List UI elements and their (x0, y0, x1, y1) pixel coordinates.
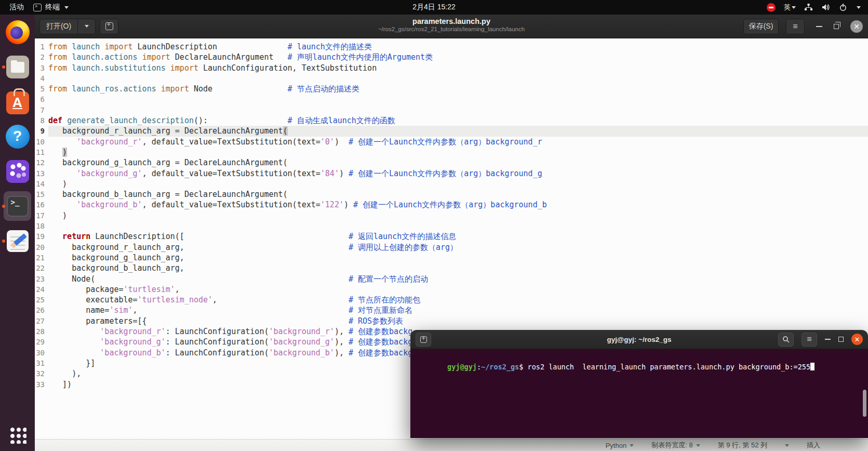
dock-item-software[interactable] (0, 84, 35, 119)
terminal-search-button[interactable] (778, 333, 794, 347)
dock-item-terminal[interactable] (0, 189, 35, 223)
code-text: def generate_launch_description(): # 自动生… (48, 115, 868, 126)
code-text: name='sim', # 对节点重新命名 (48, 305, 868, 315)
save-button[interactable]: 保存(S) (743, 19, 779, 34)
code-line-17: 17 ) (35, 210, 868, 221)
prompt-user: gyj@gyj (447, 363, 477, 371)
dock-item-purple[interactable] (0, 154, 35, 189)
line-number: 16 (35, 200, 48, 210)
line-number: 5 (35, 84, 48, 94)
network-icon[interactable] (804, 3, 813, 11)
dock-item-firefox[interactable] (0, 15, 35, 49)
gedit-statusbar: Python 制表符宽度: 8 第 9 行, 第 52 列 插入 (35, 439, 868, 451)
terminal-title: gyj@gyj: ~/ros2_gs (607, 336, 672, 343)
tab-width-selector[interactable]: 制表符宽度: 8 (651, 441, 700, 450)
code-line-7: 7 (35, 105, 868, 115)
language-selector[interactable]: Python (606, 442, 634, 449)
line-number: 12 (35, 157, 48, 168)
line-number: 28 (35, 326, 48, 337)
code-text: background_g_launch_arg = DeclareLaunchA… (48, 157, 868, 168)
code-line-12: 12 background_g_launch_arg = DeclareLaun… (35, 157, 868, 168)
code-text: 'background_g', default_value=TextSubsti… (48, 168, 868, 179)
code-line-19: 19 return LaunchDescription([ # 返回launch… (35, 231, 868, 242)
dock-item-help[interactable] (0, 119, 35, 154)
code-text: background_b_launch_arg = DeclareLaunchA… (48, 189, 868, 200)
code-line-20: 20 background_r_launch_arg, # 调用以上创建的参数（… (35, 242, 868, 253)
code-line-14: 14 ) (35, 179, 868, 189)
code-text: from launch.actions import DeclareLaunch… (48, 52, 868, 62)
terminal-body[interactable]: gyj@gyj:~/ros2_gs$ ros2 launch learning_… (410, 349, 868, 438)
line-number: 10 (35, 137, 48, 147)
running-indicator-dot (2, 205, 5, 208)
line-number: 8 (35, 115, 48, 126)
terminal-maximize-button[interactable] (838, 337, 844, 342)
dock-item-gedit[interactable] (0, 223, 35, 258)
code-line-22: 22 background_b_launch_arg, (35, 263, 868, 273)
show-applications-button[interactable] (9, 426, 26, 444)
code-line-23: 23 Node( # 配置一个节点的启动 (35, 274, 868, 284)
dock (0, 15, 35, 451)
line-number: 3 (35, 63, 48, 73)
activities-button[interactable]: 活动 (9, 3, 24, 12)
terminal-scrollbar-thumb[interactable] (863, 390, 866, 417)
code-text: executable='turtlesim_node', # 节点所在的功能包 (48, 295, 868, 305)
software-icon (6, 91, 29, 114)
code-text (48, 94, 868, 104)
line-number: 18 (35, 221, 48, 231)
code-text (48, 221, 868, 231)
chevron-down-icon (792, 6, 796, 9)
dock-item-files[interactable] (0, 49, 35, 84)
line-number: 25 (35, 295, 48, 305)
clock[interactable]: 2月4日 15:22 (412, 3, 456, 12)
code-line-4: 4 (35, 73, 868, 84)
goto-line-chevron-icon[interactable] (785, 444, 789, 447)
prompt-symbol: $ (519, 363, 527, 371)
line-number: 31 (35, 358, 48, 368)
line-number: 4 (35, 73, 48, 84)
terminal-new-tab-button[interactable] (416, 333, 431, 347)
close-button[interactable]: ✕ (850, 20, 863, 33)
document-path: ~/ros2_gs/src/ros2_21_tutorials/learning… (378, 26, 525, 32)
code-line-2: 2from launch.actions import DeclareLaunc… (35, 52, 868, 62)
app-menu-label: 终端 (45, 3, 60, 12)
line-number: 1 (35, 42, 48, 52)
power-icon[interactable] (839, 3, 847, 11)
volume-icon[interactable] (821, 3, 831, 11)
purple-icon (6, 160, 29, 183)
line-number: 27 (35, 316, 48, 326)
open-button[interactable]: 打开(O) (39, 19, 78, 34)
terminal-menu-button[interactable]: ≡ (802, 333, 817, 347)
input-method-label: 英 (784, 3, 791, 12)
open-dropdown-button[interactable] (78, 19, 96, 34)
line-number: 24 (35, 284, 48, 295)
system-menu-chevron-icon[interactable] (857, 6, 861, 9)
line-number: 6 (35, 94, 48, 104)
app-menu[interactable]: 终端 (33, 3, 69, 12)
new-document-icon (105, 22, 113, 30)
restore-button[interactable] (834, 24, 839, 29)
code-text (48, 105, 868, 115)
chevron-down-icon (630, 444, 634, 447)
menu-button[interactable]: ≡ (786, 19, 805, 34)
code-line-18: 18 (35, 221, 868, 231)
cursor-position[interactable]: 第 9 行, 第 52 列 (718, 441, 767, 450)
line-number: 2 (35, 52, 48, 62)
code-text: ) (48, 210, 868, 221)
code-line-13: 13 'background_g', default_value=TextSub… (35, 168, 868, 179)
line-number: 21 (35, 253, 48, 263)
terminal-minimize-button[interactable] (825, 339, 831, 340)
line-number: 22 (35, 263, 48, 273)
code-text (48, 73, 868, 84)
code-line-26: 26 name='sim', # 对节点重新命名 (35, 305, 868, 315)
code-text: Node( # 配置一个节点的启动 (48, 274, 868, 284)
code-line-24: 24 package='turtlesim', (35, 284, 868, 295)
terminal-close-button[interactable]: ✕ (851, 334, 863, 345)
line-number: 11 (35, 147, 48, 157)
minimize-button[interactable] (816, 26, 822, 27)
help-icon (6, 125, 30, 149)
input-method-indicator[interactable]: 英 (784, 3, 796, 12)
code-line-5: 5from launch_ros.actions import Node # 节… (35, 84, 868, 94)
gedit-icon (7, 230, 29, 252)
new-document-button[interactable] (100, 19, 118, 34)
screen-record-indicator-icon[interactable] (767, 3, 776, 12)
